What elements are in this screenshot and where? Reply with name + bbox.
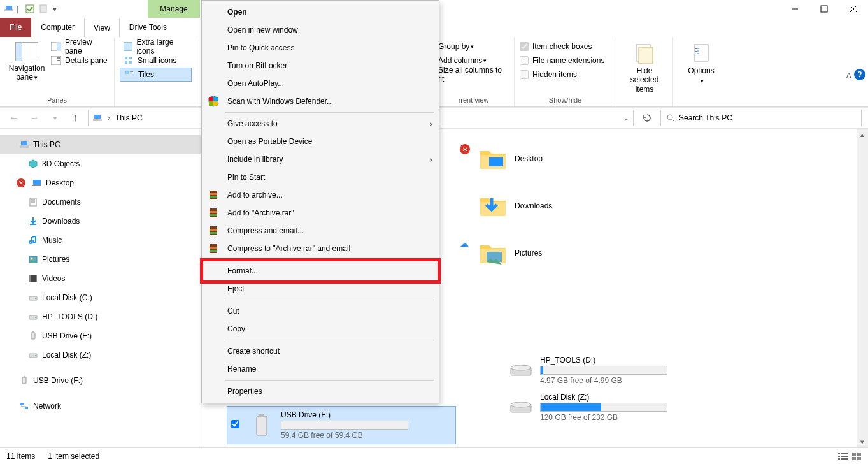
address-location[interactable]: This PC — [115, 113, 143, 122]
view-tiles-icon[interactable] — [851, 452, 863, 461]
drive-checkbox[interactable] — [231, 420, 239, 428]
desktop-icon — [32, 178, 42, 188]
menu-item-properties[interactable]: Properties — [202, 382, 439, 400]
menu-item-create-shortcut[interactable]: Create shortcut — [202, 342, 439, 360]
hide-selected-items-button[interactable]: Hide selecteditems — [622, 40, 667, 94]
preview-pane-button[interactable]: Preview pane — [48, 40, 109, 54]
ribbon-group-showhide: Item check boxes File name extensions Hi… — [515, 37, 616, 106]
tree-item-documents[interactable]: Documents — [0, 192, 201, 212]
tree-item-hp-tools-d-[interactable]: HP_TOOLS (D:) — [0, 307, 201, 326]
view-details-icon[interactable] — [837, 452, 849, 461]
address-dropdown-icon[interactable]: ⌄ — [623, 113, 629, 122]
scroll-down-icon[interactable]: ▾ — [857, 436, 868, 447]
collapse-ribbon-icon[interactable]: ᐱ — [846, 71, 851, 80]
item-check-boxes-toggle[interactable]: Item check boxes — [520, 40, 611, 54]
menu-item-compress-to-archive-rar-and-email[interactable]: Compress to "Archive.rar" and email — [202, 240, 439, 257]
tree-item-this-pc[interactable]: This PC — [0, 135, 201, 154]
close-button[interactable] — [839, 0, 868, 18]
file-name-extensions-toggle[interactable]: File name extensions — [520, 54, 611, 68]
menu-item-copy[interactable]: Copy — [202, 320, 439, 338]
menu-item-pin-to-start[interactable]: Pin to Start — [202, 168, 439, 186]
menu-item-include-in-library[interactable]: Include in library› — [202, 150, 439, 168]
layout-tiles[interactable]: Tiles — [120, 68, 192, 82]
menu-item-add-to-archive[interactable]: Add to archive... — [202, 186, 439, 204]
menu-item-open-as-portable-device[interactable]: Open as Portable Device — [202, 133, 439, 150]
tree-item-local-disk-c-[interactable]: Local Disk (C:) — [0, 288, 201, 307]
details-pane-button[interactable]: Details pane — [48, 54, 109, 68]
menu-item-format[interactable]: Format... — [202, 262, 439, 280]
forward-button[interactable]: → — [27, 112, 42, 124]
svg-rect-10 — [57, 60, 60, 61]
tree-item-desktop[interactable]: ✕Desktop — [0, 173, 201, 192]
tab-drive-tools[interactable]: Drive Tools — [120, 18, 176, 37]
tree-item-usb-drive-f-[interactable]: USB Drive (F:) — [0, 326, 201, 345]
hidden-items-toggle[interactable]: Hidden items — [520, 68, 611, 82]
options-button[interactable]: Options ▾ — [678, 40, 724, 84]
pc-icon — [19, 140, 29, 150]
tab-file[interactable]: File — [0, 18, 31, 37]
tree-item-videos[interactable]: Videos — [0, 269, 201, 288]
navigation-tree[interactable]: This PC3D Objects✕DesktopDocumentsDownlo… — [0, 129, 201, 447]
maximize-button[interactable] — [809, 0, 839, 18]
address-chevron-icon[interactable]: › — [108, 113, 110, 122]
drive-tile-local-disk-z-[interactable]: Local Disk (Z:)120 GB free of 232 GB — [504, 389, 734, 426]
layout-small-icons[interactable]: Small icons — [120, 54, 192, 68]
svg-rect-67 — [841, 458, 848, 460]
menu-item-cut[interactable]: Cut — [202, 302, 439, 320]
app-icon — [4, 4, 14, 14]
tree-item-network[interactable]: Network — [0, 396, 201, 416]
menu-item-rename[interactable]: Rename — [202, 360, 439, 378]
menu-item-compress-and-email[interactable]: Compress and email... — [202, 222, 439, 240]
qat-properties-icon[interactable] — [25, 4, 35, 14]
tree-item-label: Network — [33, 402, 61, 410]
menu-item-turn-on-bitlocker[interactable]: Turn on BitLocker — [202, 57, 439, 75]
folder-tile-downloads[interactable]: Downloads — [475, 182, 555, 229]
tree-item-pictures[interactable]: Pictures — [0, 250, 201, 269]
tree-item-local-disk-z-[interactable]: Local Disk (Z:) — [0, 345, 201, 365]
drive-tile-usb-f[interactable]: USB Drive (F:) 59.4 GB free of 59.4 GB — [227, 406, 456, 444]
minimize-button[interactable] — [780, 0, 809, 18]
scroll-up-icon[interactable]: ▴ — [857, 129, 868, 140]
navigation-pane-button[interactable]: Navigationpane▾ — [5, 40, 48, 82]
qat-dropdown-icon[interactable]: ▾ — [53, 4, 57, 13]
menu-item-open-in-new-window[interactable]: Open in new window — [202, 21, 439, 39]
menu-item-give-access-to[interactable]: Give access to› — [202, 115, 439, 133]
svg-rect-7 — [57, 42, 61, 51]
menu-item-pin-to-quick-access[interactable]: Pin to Quick access — [202, 39, 439, 57]
menu-item-label: Open — [227, 8, 247, 17]
menu-item-open-autoplay[interactable]: Open AutoPlay... — [202, 75, 439, 92]
size-all-columns-button[interactable]: Size all columns to fit — [438, 68, 509, 82]
menu-item-scan-with-windows-defender[interactable]: Scan with Windows Defender... — [202, 92, 439, 110]
svg-rect-62 — [838, 453, 840, 454]
folder-tile-desktop[interactable]: ✕Desktop — [475, 135, 555, 182]
back-button[interactable]: ← — [6, 112, 22, 124]
group-by-button[interactable]: Group by▾ — [438, 40, 509, 54]
tree-item-downloads[interactable]: Downloads — [0, 212, 201, 231]
svg-rect-47 — [22, 377, 26, 384]
qat-new-folder-icon[interactable] — [39, 4, 49, 14]
up-button[interactable]: ↑ — [68, 112, 83, 124]
content-scrollbar[interactable]: ▴ ▾ — [857, 129, 868, 447]
search-box[interactable]: Search This PC — [660, 110, 862, 126]
recent-locations-icon[interactable]: ▾ — [47, 115, 62, 122]
help-icon[interactable]: ? — [854, 69, 865, 80]
folder-tile-pictures[interactable]: ☁Pictures — [475, 229, 555, 277]
drive-tile-hp-tools-d-[interactable]: HP_TOOLS (D:)4.97 GB free of 4.99 GB — [504, 352, 734, 389]
svg-rect-43 — [31, 333, 35, 339]
tab-view[interactable]: View — [84, 18, 120, 37]
tab-computer[interactable]: Computer — [31, 18, 84, 37]
menu-item-open[interactable]: Open — [202, 3, 439, 21]
tree-item-3d-objects[interactable]: 3D Objects — [0, 154, 201, 173]
drive-capacity-bar — [540, 403, 667, 412]
refresh-button[interactable] — [639, 110, 655, 126]
folder-label: Desktop — [515, 154, 543, 163]
context-menu: OpenOpen in new windowPin to Quick acces… — [201, 0, 439, 403]
tree-item-usb-drive-f-[interactable]: USB Drive (F:) — [0, 371, 201, 390]
tree-item-music[interactable]: Music — [0, 231, 201, 250]
manage-context-tab[interactable]: Manage — [148, 0, 200, 18]
svg-rect-20 — [639, 47, 653, 64]
svg-rect-28 — [33, 180, 41, 185]
layout-extra-large-icons[interactable]: Extra large icons — [120, 40, 192, 54]
menu-item-add-to-archive-rar[interactable]: Add to "Archive.rar" — [202, 204, 439, 222]
menu-item-eject[interactable]: Eject — [202, 280, 439, 298]
